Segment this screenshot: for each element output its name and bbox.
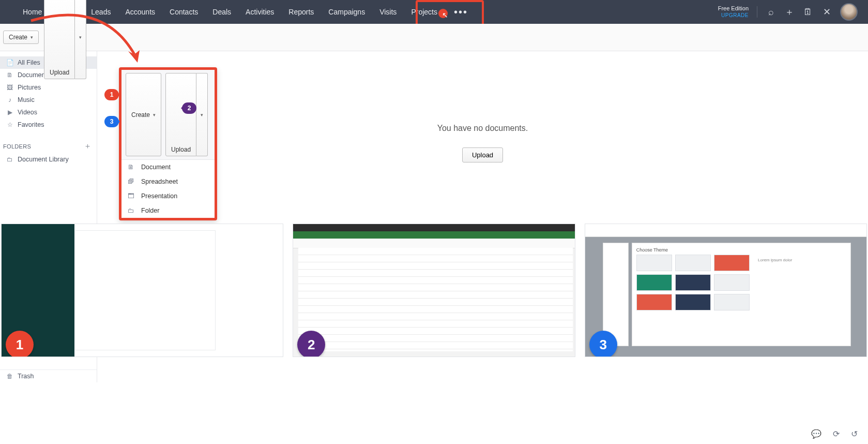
preview-presentation-editor: Choose Theme Lorem ipsum dolor 3 xyxy=(585,224,867,357)
favorites-icon: ☆ xyxy=(6,121,13,128)
document-icon: 🗎 xyxy=(128,164,136,171)
popup-item-document[interactable]: 🗎Document xyxy=(121,160,215,174)
videos-icon: ▶ xyxy=(6,109,13,116)
presentation-icon: 🗔 xyxy=(128,193,136,200)
popup-upload-dropdown[interactable]: ▾ xyxy=(196,73,208,156)
sidebar-item-music[interactable]: ♪Music xyxy=(0,94,97,106)
calendar-icon[interactable]: 🗓 xyxy=(803,7,813,17)
popup-item-label: Spreadsheet xyxy=(141,178,178,185)
popup-item-spreadsheet[interactable]: 🗊Spreadsheet xyxy=(121,174,215,189)
tools-icon[interactable]: ✕ xyxy=(821,7,832,17)
annotation-circle-1: 1 xyxy=(6,331,34,357)
lorem-text: Lorem ipsum dolor xyxy=(755,255,846,310)
create-button[interactable]: Create ▾ xyxy=(3,31,39,44)
annotation-bubble-1: 1 xyxy=(104,89,119,100)
sidebar-item-pictures[interactable]: 🖼Pictures xyxy=(0,81,97,94)
sidebar-item-label: All Files xyxy=(18,59,40,66)
folders-heading-label: FOLDERS xyxy=(3,143,31,150)
popup-upload-button[interactable]: Upload xyxy=(165,73,196,156)
sidebar-item-label: Favorites xyxy=(18,121,44,128)
chevron-down-icon: ▾ xyxy=(79,35,82,40)
spreadsheet-icon: 🗊 xyxy=(128,178,136,185)
search-icon[interactable]: ⌕ xyxy=(766,7,776,17)
upload-button-dropdown[interactable]: ▾ xyxy=(75,0,86,79)
nav-right: Free Edition UPGRADE ⌕ ＋ 🗓 ✕ xyxy=(718,3,868,21)
popup-create-button[interactable]: Create▾ xyxy=(126,73,161,156)
preview-document-editor: 1 xyxy=(1,224,283,357)
avatar[interactable] xyxy=(840,3,858,21)
sidebar-item-label: Trash xyxy=(18,373,34,380)
annotation-circle-3: 3 xyxy=(589,331,617,357)
upload-button[interactable]: Upload xyxy=(44,0,75,79)
preview-spreadsheet-editor: 2 xyxy=(293,224,575,357)
pictures-icon: 🖼 xyxy=(6,84,13,91)
sidebar-item-label: Document Library xyxy=(18,156,69,163)
annotation-circle-2: 2 xyxy=(297,331,325,357)
cursor-icon: ↖ xyxy=(442,11,448,19)
nav-contacts[interactable]: Contacts xyxy=(162,0,205,24)
documents-icon: 🗎 xyxy=(6,71,13,79)
create-button-label: Create xyxy=(9,34,27,41)
empty-state-upload-button[interactable]: Upload xyxy=(462,147,503,162)
all-files-icon: 📄 xyxy=(6,59,13,66)
edition-line1: Free Edition xyxy=(718,5,749,12)
popup-item-label: Document xyxy=(141,164,171,171)
upgrade-link[interactable]: UPGRADE xyxy=(718,12,749,19)
popup-item-folder[interactable]: 🗀Folder xyxy=(121,203,215,218)
add-folder-icon[interactable]: ＋ xyxy=(84,141,92,151)
annotation-bubble-3: 3 xyxy=(104,116,119,127)
sidebar-item-label: Music xyxy=(18,96,35,103)
chevron-down-icon: ▾ xyxy=(153,112,156,117)
empty-state-message: You have no documents. xyxy=(437,124,528,133)
popup-toolbar: Create▾ Upload ▾ xyxy=(121,70,215,160)
nav-deals[interactable]: Deals xyxy=(205,0,238,24)
folder-icon: 🗀 xyxy=(128,207,136,214)
edition-label[interactable]: Free Edition UPGRADE xyxy=(718,5,749,18)
popup-create-label: Create xyxy=(131,111,150,119)
music-icon: ♪ xyxy=(6,96,13,103)
nav-visits[interactable]: Visits xyxy=(372,0,404,24)
documents-toolbar: Create ▾ Upload ▾ xyxy=(0,24,868,51)
sidebar-folder-document-library[interactable]: 🗀Document Library xyxy=(0,153,97,166)
sidebar-item-favorites[interactable]: ☆Favorites xyxy=(0,119,97,131)
create-menu-popup: Create▾ Upload ▾ 🗎Document 🗊Spreadsheet … xyxy=(119,67,217,220)
nav-activities[interactable]: Activities xyxy=(238,0,281,24)
nav-campaigns[interactable]: Campaigns xyxy=(321,0,372,24)
popup-item-label: Presentation xyxy=(141,193,177,200)
popup-item-label: Folder xyxy=(141,207,159,214)
top-navigation: Home Feeds Leads Accounts Contacts Deals… xyxy=(0,0,868,24)
choose-theme-heading: Choose Theme xyxy=(636,247,846,253)
nav-more-menu[interactable]: ••• xyxy=(445,0,477,24)
sidebar-item-videos[interactable]: ▶Videos xyxy=(0,106,97,119)
add-icon[interactable]: ＋ xyxy=(784,7,795,17)
sidebar-item-trash[interactable]: 🗑Trash xyxy=(0,370,97,382)
editor-previews: 1 2 Choose Theme Lorem ipsum dolor 3 xyxy=(0,224,868,359)
chevron-down-icon: ▾ xyxy=(31,35,33,40)
annotation-bubble-2: 2 xyxy=(182,102,196,114)
sidebar-folders-heading: FOLDERS ＋ xyxy=(0,131,97,153)
nav-leads[interactable]: Leads xyxy=(84,0,118,24)
folder-icon: 🗀 xyxy=(6,156,13,163)
chevron-down-icon: ▾ xyxy=(201,112,203,117)
sidebar-item-label: Pictures xyxy=(18,84,41,91)
nav-accounts[interactable]: Accounts xyxy=(118,0,162,24)
trash-icon: 🗑 xyxy=(6,373,13,380)
popup-item-presentation[interactable]: 🗔Presentation xyxy=(121,189,215,203)
sidebar-bottom: 🗑Trash xyxy=(0,369,97,382)
nav-separator xyxy=(757,6,757,18)
sidebar-item-label: Videos xyxy=(18,109,37,116)
nav-reports[interactable]: Reports xyxy=(281,0,321,24)
